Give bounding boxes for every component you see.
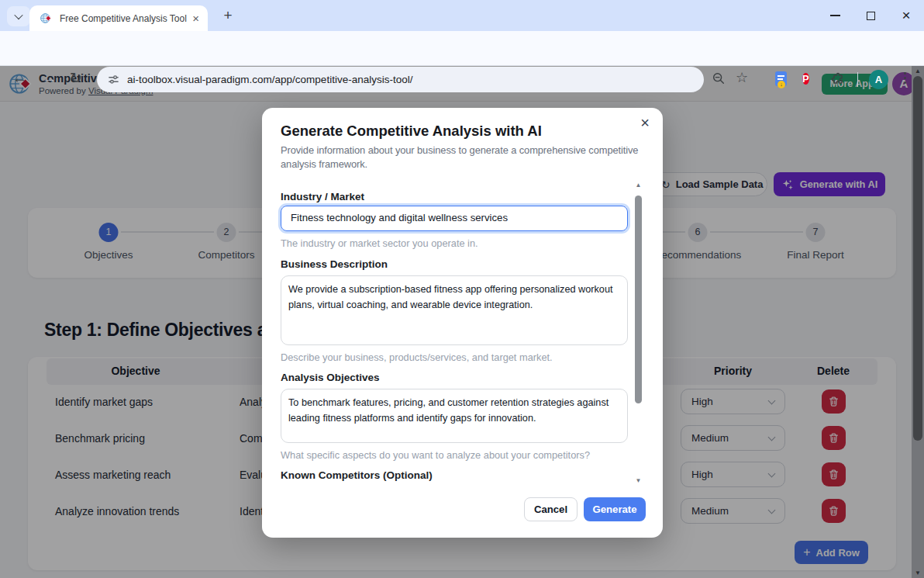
industry-input[interactable]: Fitness technology and digital wellness … — [281, 206, 628, 231]
url-bar[interactable]: ai-toolbox.visual-paradigm.com/app/compe… — [97, 67, 704, 92]
toolbar-separator — [857, 72, 858, 87]
tab-title: Free Competitive Analysis Tool — [60, 13, 187, 24]
window-minimize-button[interactable] — [817, 0, 853, 31]
browser-profile-avatar[interactable]: A — [869, 70, 888, 89]
analysis-objectives-helper: What specific aspects do you want to ana… — [281, 449, 628, 461]
window-close-button[interactable]: × — [888, 0, 924, 31]
forward-button[interactable]: → — [42, 71, 57, 86]
modal-title: Generate Competitive Analysis with AI — [281, 123, 542, 140]
reload-button[interactable]: ↻ — [70, 71, 82, 86]
doc-download-extension-icon[interactable]: ↓ — [775, 71, 787, 86]
analysis-objectives-textarea[interactable]: To benchmark features, pricing, and cust… — [281, 389, 628, 443]
business-description-helper: Describe your business, products/service… — [281, 351, 628, 363]
browser-window: Free Competitive Analysis Tool × + × ← →… — [0, 0, 924, 578]
modal-scrollbar[interactable]: ▲ ▼ — [634, 182, 643, 484]
window-maximize-button[interactable] — [853, 0, 888, 31]
industry-helper: The industry or market sector you operat… — [281, 237, 628, 249]
window-controls: × — [817, 0, 924, 31]
browser-tab[interactable]: Free Competitive Analysis Tool × — [29, 5, 208, 31]
generate-analysis-modal: × Generate Competitive Analysis with AI … — [262, 108, 663, 538]
tab-search-button[interactable] — [7, 6, 30, 26]
back-button[interactable]: ← — [12, 71, 27, 86]
business-description-label: Business Description — [281, 258, 628, 270]
browser-toolbar: ← → ↻ ai-toolbox.visual-paradigm.com/app… — [0, 31, 924, 66]
generate-button[interactable]: Generate — [584, 497, 646, 521]
new-tab-button[interactable]: + — [219, 7, 237, 26]
analysis-objectives-label: Analysis Objectives — [281, 372, 628, 383]
modal-footer: Cancel Generate — [262, 497, 663, 521]
url-text: ai-toolbox.visual-paradigm.com/app/compe… — [127, 74, 412, 85]
modal-form: Industry / Market Fitness technology and… — [262, 180, 663, 490]
extensions-puzzle-icon[interactable] — [830, 71, 846, 87]
modal-close-icon[interactable]: × — [640, 115, 650, 130]
pinterest-extension-icon[interactable]: P — [802, 71, 809, 87]
zoom-out-icon[interactable] — [712, 71, 726, 85]
vp-favicon-icon — [40, 12, 53, 25]
scroll-up-icon[interactable]: ▲ — [634, 182, 643, 189]
tab-close-icon[interactable]: × — [190, 12, 202, 25]
cancel-button[interactable]: Cancel — [524, 497, 578, 521]
scroll-down-icon[interactable]: ▼ — [634, 477, 643, 484]
minimize-icon — [830, 15, 840, 16]
browser-titlebar: Free Competitive Analysis Tool × + × — [0, 0, 924, 31]
modal-subtitle: Provide information about your business … — [281, 144, 653, 172]
known-competitors-label: Known Competitors (Optional) — [281, 469, 628, 481]
industry-label: Industry / Market — [281, 191, 628, 202]
browser-menu-icon[interactable] — [904, 72, 906, 84]
maximize-icon — [867, 12, 875, 20]
site-settings-icon[interactable] — [108, 74, 119, 85]
chevron-down-icon — [14, 11, 22, 19]
business-description-textarea[interactable]: We provide a subscription-based fitness … — [281, 275, 628, 345]
bookmark-star-icon[interactable]: ☆ — [736, 69, 748, 86]
modal-scrollbar-thumb[interactable] — [635, 196, 642, 403]
